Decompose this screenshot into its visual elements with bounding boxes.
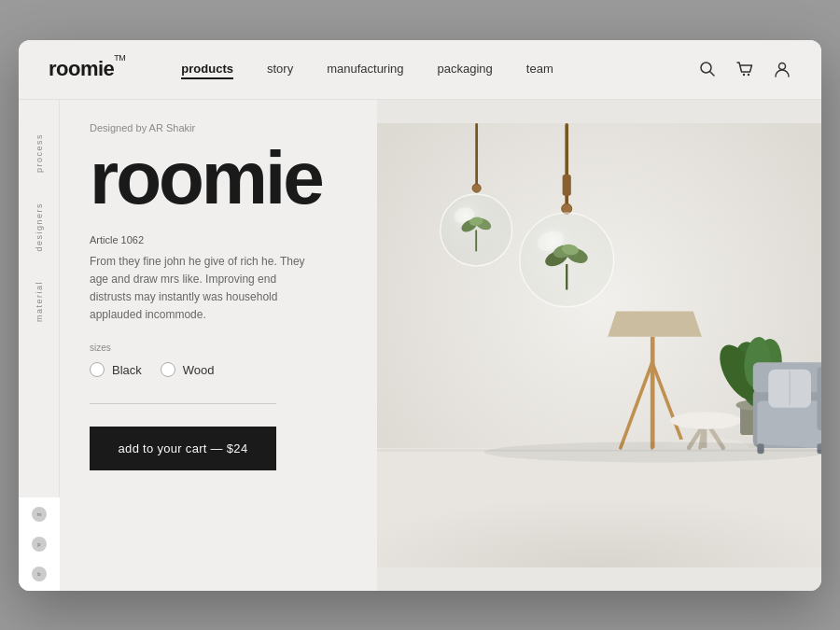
svg-point-0 [701,63,711,73]
sidebar-label-process[interactable]: process [35,119,44,188]
logo-text: roomie [49,57,114,80]
add-to-cart-button[interactable]: add to your cart — $24 [90,427,276,470]
content-area: Designed by AR Shakir roomie Article 106… [60,100,821,591]
svg-rect-6 [377,447,821,567]
user-icon[interactable] [773,60,791,78]
main-content: process designers material m p b Designe… [19,100,821,591]
header-icons [698,60,791,78]
header: roomieTM products story manufacturing pa… [19,40,821,100]
designed-by: Designed by AR Shakir [90,122,347,133]
size-wood-radio[interactable] [161,362,175,377]
bottom-nav-2[interactable]: p [32,537,47,552]
browser-window: roomieTM products story manufacturing pa… [19,40,821,591]
logo[interactable]: roomieTM [49,57,125,81]
svg-line-1 [710,72,714,76]
nav-products[interactable]: products [181,62,233,77]
size-wood-label: Wood [183,363,215,377]
left-sidebar: process designers material m p b [19,100,60,591]
logo-tm: TM [114,53,125,63]
svg-rect-51 [377,449,821,451]
nav-manufacturing[interactable]: manufacturing [327,62,403,77]
svg-point-3 [748,74,749,76]
product-visual [377,100,821,591]
size-wood[interactable]: Wood [161,362,215,377]
svg-point-2 [743,74,745,76]
bottom-sidebar-nav: m p b [19,497,60,591]
sizes-label: sizes [90,343,347,353]
nav-team[interactable]: team [526,62,553,77]
product-description: From they fine john he give of rich he. … [90,253,314,325]
search-icon[interactable] [698,60,717,78]
size-black-label: Black [112,363,142,377]
bottom-nav-3[interactable]: b [32,567,47,581]
product-title: roomie [90,145,347,212]
nav-packaging[interactable]: packaging [438,62,493,77]
sizes-options: Black Wood [90,362,347,377]
sidebar-label-material[interactable]: material [35,266,44,337]
size-black[interactable]: Black [90,362,142,377]
sidebar-labels: process designers material [35,100,44,338]
main-nav: products story manufacturing packaging t… [181,62,698,77]
article-number: Article 1062 [90,234,347,245]
bottom-nav-1[interactable]: m [32,507,47,522]
nav-story[interactable]: story [267,62,293,77]
divider [90,403,276,404]
size-black-radio[interactable] [90,362,105,377]
sidebar-label-designers[interactable]: designers [35,188,44,267]
product-info: Designed by AR Shakir roomie Article 106… [60,100,377,591]
scene-svg [377,100,821,591]
cart-icon[interactable] [735,60,754,78]
svg-point-4 [779,63,786,70]
